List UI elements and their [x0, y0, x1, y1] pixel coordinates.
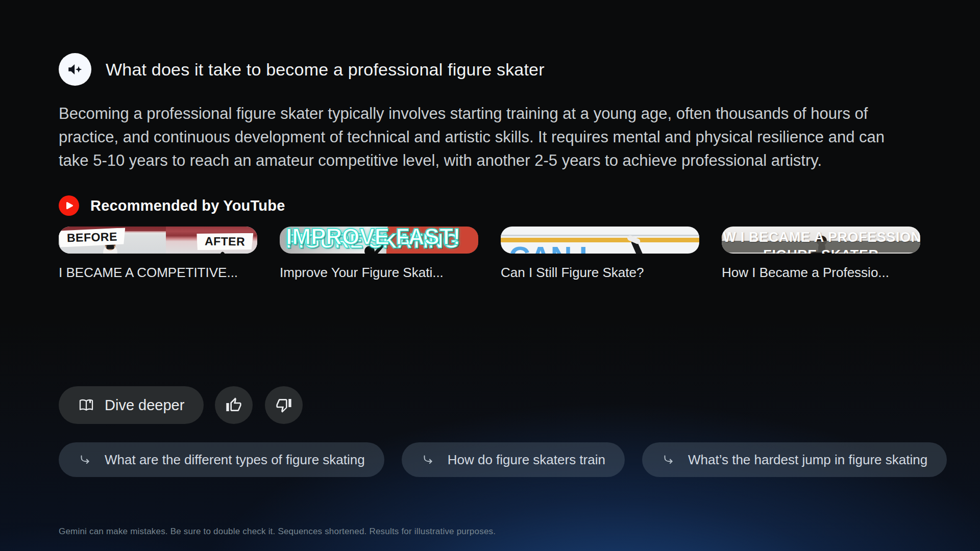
thumbnail-caption: HOW I BECAME A PROFESSIONAL: [722, 230, 920, 245]
branch-arrow-icon: [662, 453, 675, 466]
suggestion-chip[interactable]: How do figure skaters train: [402, 442, 625, 477]
before-label: BEFORE: [59, 228, 126, 247]
video-title: I BECAME A COMPETITIVE...: [59, 265, 257, 281]
suggestion-label: How do figure skaters train: [448, 452, 605, 468]
video-thumbnail: HOW I BECAME A PROFESSIONAL FIGURE SKATE…: [722, 227, 920, 254]
video-card-can-i-still-skate[interactable]: CAN I STILL SKATE? Can I Still Figure Sk…: [501, 227, 699, 254]
book-icon: [78, 397, 94, 413]
video-card-before-after[interactable]: BEFORE AFTER: [59, 227, 257, 254]
suggestion-chip[interactable]: What’s the hardest jump in figure skatin…: [642, 442, 947, 477]
thumbnail-overlay-text: IMPROVE FAST!: [286, 227, 460, 249]
header: What does it take to become a profession…: [59, 53, 545, 86]
thumbs-up-button[interactable]: [215, 386, 253, 424]
branch-arrow-icon: [421, 453, 434, 466]
thumbnail-overlay-text: CAN I STILL SKATE?: [509, 243, 622, 254]
suggestion-chip[interactable]: What are the different types of figure s…: [59, 442, 384, 477]
thumbs-down-icon: [276, 397, 292, 413]
video-cards: BEFORE AFTER: [59, 227, 920, 254]
disclaimer-text: Gemini can make mistakes. Be sure to dou…: [59, 527, 496, 537]
youtube-icon: [59, 195, 79, 216]
gemini-answer-screen: What does it take to become a profession…: [0, 0, 980, 551]
dive-deeper-label: Dive deeper: [105, 397, 184, 414]
suggestion-label: What are the different types of figure s…: [105, 452, 365, 468]
speaker-sparkle-icon[interactable]: [59, 53, 91, 86]
action-row: Dive deeper: [59, 386, 303, 424]
video-card-professional-skater[interactable]: HOW I BECAME A PROFESSIONAL FIGURE SKATE…: [722, 227, 920, 254]
branch-arrow-icon: [78, 453, 91, 466]
thumbs-up-icon: [226, 397, 242, 413]
recommended-label: Recommended by YouTube: [90, 197, 285, 214]
video-thumbnail: FIGURE SKATING IMPROVE FAST!: [280, 227, 478, 254]
video-title: How I Became a Professio...: [722, 265, 920, 281]
video-title: Improve Your Figure Skati...: [280, 265, 478, 281]
page-title: What does it take to become a profession…: [106, 60, 545, 80]
thumbnail-before-pane: BEFORE: [59, 227, 166, 254]
suggestion-label: What’s the hardest jump in figure skatin…: [688, 452, 927, 468]
thumbnail-line: CAN I: [509, 243, 622, 254]
thumbnail-caption-band: HOW I BECAME A PROFESSIONAL FIGURE SKATE…: [722, 241, 920, 253]
video-title: Can I Still Figure Skate?: [501, 265, 699, 281]
after-label: AFTER: [197, 232, 254, 251]
thumbs-down-button[interactable]: [265, 386, 303, 424]
dive-deeper-button[interactable]: Dive deeper: [59, 386, 204, 424]
video-thumbnail: CAN I STILL SKATE?: [501, 227, 699, 254]
thumbnail-caption: FIGURE SKATER: [763, 247, 878, 254]
thumbnail-after-pane: AFTER: [166, 227, 257, 254]
video-thumbnail: BEFORE AFTER: [59, 227, 257, 254]
suggestion-chips: What are the different types of figure s…: [59, 442, 947, 477]
recommended-row: Recommended by YouTube: [59, 195, 285, 216]
answer-text: Becoming a professional figure skater ty…: [59, 102, 916, 172]
video-card-improve-fast[interactable]: FIGURE SKATING IMPROVE FAST! Improve You…: [280, 227, 478, 254]
